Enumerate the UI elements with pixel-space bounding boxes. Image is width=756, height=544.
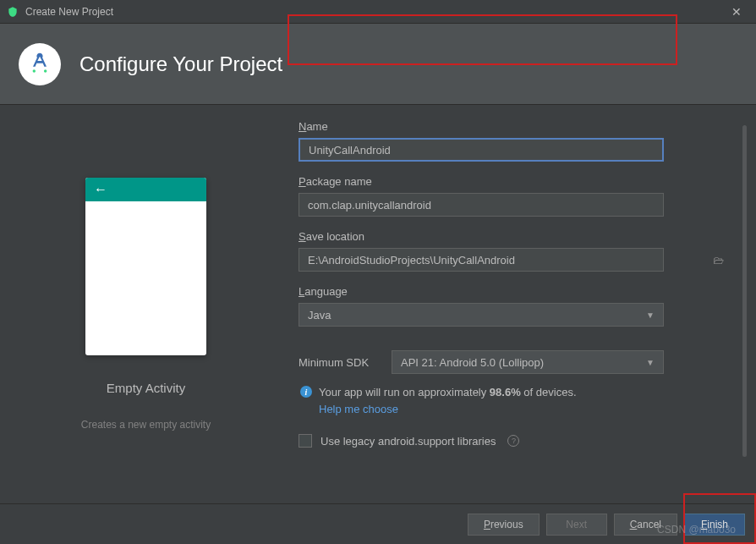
chevron-down-icon: ▼ [646, 310, 655, 320]
content: ← Empty Activity Creates a new empty act… [0, 105, 756, 503]
sdk-group: Minimum SDK API 21: Android 5.0 (Lollipo… [299, 350, 732, 415]
package-label: Package name [299, 175, 732, 188]
location-input[interactable] [299, 248, 664, 272]
window-title: Create New Project [25, 6, 724, 18]
finish-button[interactable]: Finish [684, 514, 745, 536]
template-description: Creates a new empty activity [81, 419, 211, 431]
location-group: Save location 🗁 [299, 230, 732, 272]
form-scrollbar[interactable] [742, 125, 747, 457]
cancel-button[interactable]: Cancel [614, 514, 677, 536]
close-icon[interactable]: ✕ [724, 5, 749, 19]
chevron-down-icon: ▼ [646, 358, 655, 367]
titlebar: Create New Project ✕ [0, 0, 756, 24]
wizard-footer: Previous Next Cancel Finish [0, 503, 756, 544]
form-panel: Name Package name Save location 🗁 Langua… [283, 120, 748, 503]
language-select[interactable]: Java ▼ [299, 303, 664, 327]
previous-button[interactable]: Previous [468, 514, 540, 536]
sdk-label: Minimum SDK [299, 356, 383, 369]
location-label: Save location [299, 230, 732, 243]
legacy-libraries-row: Use legacy android.support libraries ? [299, 434, 732, 448]
sdk-select[interactable]: API 21: Android 5.0 (Lollipop) ▼ [392, 350, 664, 374]
activity-preview: ← [85, 178, 206, 355]
android-studio-icon [7, 6, 19, 18]
language-label: Language [299, 285, 732, 298]
template-preview-panel: ← Empty Activity Creates a new empty act… [8, 120, 283, 503]
legacy-libraries-label: Use legacy android.support libraries [320, 435, 496, 448]
help-icon[interactable]: ? [507, 435, 519, 447]
package-input[interactable] [299, 193, 664, 217]
name-input[interactable] [299, 138, 664, 162]
sdk-info: i Your app will run on approximately 98.… [299, 384, 732, 415]
name-group: Name [299, 120, 732, 162]
package-group: Package name [299, 175, 732, 217]
sdk-coverage-text: Your app will run on approximately 98.6%… [319, 386, 577, 398]
wizard-header: Configure Your Project [0, 24, 756, 105]
svg-point-1 [44, 69, 47, 72]
page-title: Configure Your Project [79, 52, 282, 76]
back-arrow-icon: ← [94, 182, 107, 197]
browse-folder-icon[interactable]: 🗁 [713, 254, 724, 267]
legacy-libraries-checkbox[interactable] [299, 434, 312, 448]
preview-appbar: ← [85, 178, 206, 201]
svg-point-0 [33, 69, 36, 72]
name-label: Name [299, 120, 732, 133]
info-icon: i [300, 386, 312, 398]
language-value: Java [308, 309, 331, 321]
language-group: Language Java ▼ [299, 285, 732, 327]
sdk-value: API 21: Android 5.0 (Lollipop) [401, 356, 544, 369]
help-me-choose-link[interactable]: Help me choose [319, 403, 577, 415]
template-name: Empty Activity [107, 381, 185, 395]
android-studio-logo-icon [19, 43, 61, 85]
next-button: Next [546, 514, 607, 536]
